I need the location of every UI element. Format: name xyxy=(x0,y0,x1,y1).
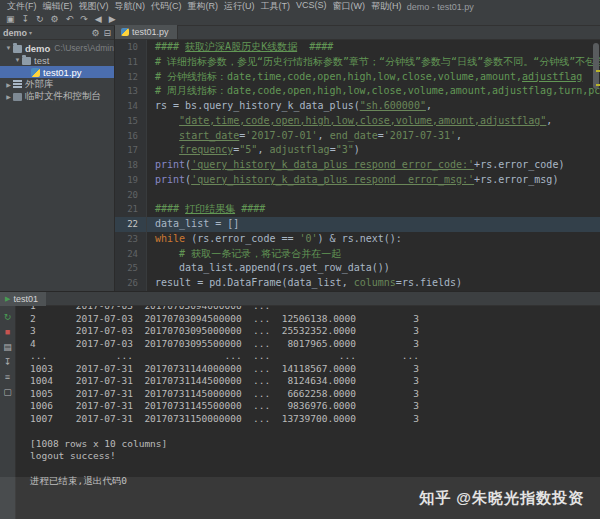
menubar: 文件(F)编辑(E)视图(V)导航(N)代码(C)重构(R)运行(U)工具(T)… xyxy=(0,0,600,13)
project-panel-title[interactable]: demo xyxy=(3,28,27,38)
gear-icon[interactable]: ⚙ xyxy=(91,28,99,38)
run-panel: ▶ test01 ↻■▤↧≡▢ 1 2017-07-03 20170703094… xyxy=(0,291,600,519)
code-text: start_date='2017-07-01', end_date='2017-… xyxy=(147,129,462,144)
console-line: 进程已结束,退出代码0 xyxy=(30,475,600,488)
run-tab-label: test01 xyxy=(13,294,38,304)
code-line: 12# 分钟线指标：date,time,code,open,high,low,c… xyxy=(115,70,600,85)
line-number: 17 xyxy=(115,143,147,158)
tree-toggle-icon[interactable]: ▶ xyxy=(4,93,13,100)
code-line: 22data_list = [] xyxy=(115,217,600,232)
stop-icon[interactable]: ■ xyxy=(5,327,10,337)
menu-item-9[interactable]: 窗口(W) xyxy=(330,0,369,13)
console-line: 3 2017-07-03 20170703095000000 ... 25532… xyxy=(30,325,600,338)
folder-icon xyxy=(22,57,31,65)
console-output[interactable]: 1 2017-07-03 20170703094000000 ...2 2017… xyxy=(16,306,600,519)
main-area: demo ▾ ⚙⊟ ▼demoC:\Users\Administrator\Py… xyxy=(0,26,600,291)
code-text xyxy=(147,188,161,203)
run-panel-header: ▶ test01 xyxy=(0,292,600,306)
soft-wrap-icon[interactable]: ≡ xyxy=(5,372,10,382)
project-panel-actions: ⚙⊟ xyxy=(91,28,111,38)
code-line: 21#### 打印结果集 #### xyxy=(115,202,600,217)
tree-label: 外部库 xyxy=(25,78,54,90)
console-line: 1004 2017-07-31 20170731144500000 ... 81… xyxy=(30,375,600,388)
editor-tabbar: test01.py xyxy=(115,26,600,40)
forward-icon[interactable]: ▶ xyxy=(109,13,116,25)
clear-output-icon[interactable]: ▢ xyxy=(3,387,12,397)
tree-detail: C:\Users\Administrator\PycharmProjects\d… xyxy=(54,43,114,53)
save-all-icon[interactable]: ↧ xyxy=(22,13,30,25)
python-file-icon xyxy=(121,28,129,36)
code-text: frequency="5", adjustflag="3") xyxy=(147,143,360,158)
editor-tab-label: test01.py xyxy=(132,27,169,37)
code-line: 11# 详细指标参数，参见“历史行情指标参数”章节；“分钟线”参数与“日线”参数… xyxy=(115,55,600,70)
line-number: 13 xyxy=(115,84,147,99)
menu-items: 文件(F)编辑(E)视图(V)导航(N)代码(C)重构(R)运行(U)工具(T)… xyxy=(4,0,405,13)
code-line: 16 start_date='2017-07-01', end_date='20… xyxy=(115,129,600,144)
code-line: 24 # 获取一条记录，将记录合并在一起 xyxy=(115,247,600,262)
console-line: 1005 2017-07-31 20170731145000000 ... 66… xyxy=(30,388,600,401)
console-line: 2 2017-07-03 20170703094500000 ... 12506… xyxy=(30,313,600,326)
code-text: result = pd.DataFrame(data_list, columns… xyxy=(147,276,462,291)
inspection-mark xyxy=(596,84,600,86)
tree-item-file-test01[interactable]: test01.py xyxy=(0,66,114,78)
tree-toggle-icon[interactable]: ▼ xyxy=(4,45,13,51)
code-line: 20 xyxy=(115,188,600,203)
window-title: demo - test01.py xyxy=(405,2,476,12)
rerun-icon[interactable]: ↻ xyxy=(4,312,12,322)
menu-item-5[interactable]: 重构(R) xyxy=(185,0,222,13)
menu-item-10[interactable]: 帮助(H) xyxy=(368,0,405,13)
code-editor[interactable]: 10#### 获取沪深A股历史K线数据 ####11# 详细指标参数，参见“历史… xyxy=(115,40,600,291)
python-icon xyxy=(31,68,40,77)
tree-toggle-icon[interactable]: ▼ xyxy=(13,57,22,63)
code-line: 25 data_list.append(rs.get_row_data()) xyxy=(115,261,600,276)
sync-icon[interactable]: ↻ xyxy=(36,13,44,25)
tree-item-root-demo[interactable]: ▼demoC:\Users\Administrator\PycharmProje… xyxy=(0,42,114,54)
undo-icon[interactable]: ↶ xyxy=(66,13,74,25)
menu-item-1[interactable]: 编辑(E) xyxy=(40,0,76,13)
run-tab-test01[interactable]: ▶ test01 xyxy=(0,292,46,306)
console-line xyxy=(30,425,600,438)
console-line xyxy=(30,463,600,476)
code-text: #### 打印结果集 #### xyxy=(147,202,265,217)
menu-item-2[interactable]: 视图(V) xyxy=(76,0,112,13)
menu-item-4[interactable]: 代码(C) xyxy=(148,0,185,13)
menu-item-6[interactable]: 运行(U) xyxy=(221,0,258,13)
code-line: 23while (rs.error_code == '0') & rs.next… xyxy=(115,232,600,247)
tree-label: 临时文件和控制台 xyxy=(25,90,101,102)
scroll-to-end-icon[interactable]: ↧ xyxy=(4,357,12,367)
scratch-icon xyxy=(13,93,22,101)
settings-icon[interactable]: ⚙ xyxy=(51,13,59,25)
tree-toggle-icon[interactable]: ▶ xyxy=(4,81,13,88)
menu-item-0[interactable]: 文件(F) xyxy=(4,0,40,13)
menu-item-3[interactable]: 导航(N) xyxy=(112,0,149,13)
line-number: 14 xyxy=(115,99,147,114)
folder-icon xyxy=(13,45,22,53)
code-text: print('query_history_k_data_plus respond… xyxy=(147,158,564,173)
restore-layout-icon[interactable]: ▤ xyxy=(3,342,12,352)
line-number: 22 xyxy=(115,217,147,232)
collapse-all-icon[interactable]: ⊟ xyxy=(103,28,111,38)
code-text: # 获取一条记录，将记录合并在一起 xyxy=(147,247,341,262)
open-project-icon[interactable]: ▣ xyxy=(6,13,15,25)
menu-item-8[interactable]: VCS(S) xyxy=(293,0,330,13)
line-number: 16 xyxy=(115,129,147,144)
menu-item-7[interactable]: 工具(T) xyxy=(258,0,294,13)
tree-label: demo xyxy=(25,43,50,54)
code-text: # 分钟线指标：date,time,code,open,high,low,clo… xyxy=(147,70,582,85)
code-line: 10#### 获取沪深A股历史K线数据 #### xyxy=(115,40,600,55)
back-icon[interactable]: ◀ xyxy=(95,13,102,25)
redo-icon[interactable]: ↷ xyxy=(80,13,88,25)
inspection-mark xyxy=(596,70,600,72)
code-text: # 详细指标参数，参见“历史行情指标参数”章节；“分钟线”参数与“日线”参数不同… xyxy=(147,55,600,70)
tree-item-scratches-and-consoles[interactable]: ▶临时文件和控制台 xyxy=(0,90,114,102)
editor-scrollbar-thumb[interactable] xyxy=(593,43,599,89)
tree-label: test xyxy=(34,55,49,66)
code-line: 13# 周月线指标：date,code,open,high,low,close,… xyxy=(115,84,600,99)
code-text: "date,time,code,open,high,low,close,volu… xyxy=(147,114,552,129)
tree-label: test01.py xyxy=(43,67,82,78)
editor-tab-test01[interactable]: test01.py xyxy=(115,25,178,39)
tree-item-external-libraries[interactable]: ▶外部库 xyxy=(0,78,114,90)
code-text: data_list.append(rs.get_row_data()) xyxy=(147,261,390,276)
line-number: 11 xyxy=(115,55,147,70)
tree-item-folder-test[interactable]: ▼test xyxy=(0,54,114,66)
